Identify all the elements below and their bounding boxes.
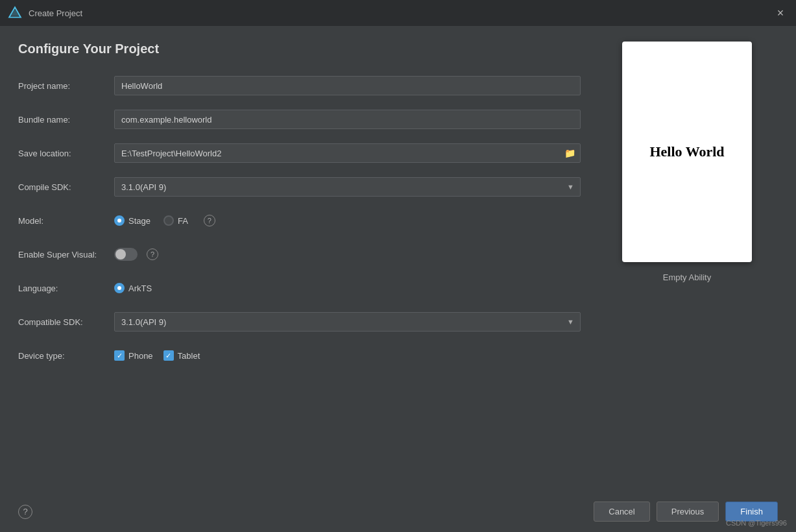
model-fa-label: FA bbox=[178, 216, 188, 226]
language-arkts-radio-circle[interactable] bbox=[114, 283, 125, 293]
model-stage-label: Stage bbox=[128, 216, 151, 226]
compile-sdk-select-wrap: 3.1.0(API 9) 3.0.0(API 8) ▼ bbox=[114, 177, 581, 197]
device-type-label: Device type: bbox=[18, 351, 114, 361]
language-row: Language: ArkTS bbox=[18, 277, 581, 299]
model-stage-radio-circle[interactable] bbox=[114, 215, 125, 226]
device-phone-label: Phone bbox=[128, 351, 153, 361]
folder-browse-icon[interactable]: 📁 bbox=[564, 148, 575, 158]
compatible-sdk-label: Compatible SDK: bbox=[18, 317, 114, 327]
compatible-sdk-field-wrap: 3.1.0(API 9) 3.0.0(API 8) ▼ bbox=[114, 312, 581, 332]
help-button[interactable]: ? bbox=[18, 505, 32, 519]
dialog-title: Create Project bbox=[29, 8, 82, 18]
model-fa-option[interactable]: FA bbox=[163, 215, 188, 226]
device-tablet-checkbox-item[interactable]: ✓ Tablet bbox=[163, 350, 200, 361]
compatible-sdk-select-wrap: 3.1.0(API 9) 3.0.0(API 8) ▼ bbox=[114, 312, 581, 332]
language-arkts-option[interactable]: ArkTS bbox=[114, 283, 152, 293]
compatible-sdk-row: Compatible SDK: 3.1.0(API 9) 3.0.0(API 8… bbox=[18, 311, 581, 333]
language-label: Language: bbox=[18, 284, 114, 293]
save-location-input-wrap: 📁 bbox=[114, 143, 581, 163]
super-visual-toggle[interactable] bbox=[114, 248, 138, 261]
device-tablet-checkbox[interactable]: ✓ bbox=[163, 350, 174, 361]
model-options: Stage FA ? bbox=[114, 215, 581, 226]
super-visual-row: Enable Super Visual: ? bbox=[18, 243, 581, 265]
super-visual-help-icon[interactable]: ? bbox=[147, 248, 158, 260]
app-logo-icon bbox=[8, 6, 22, 20]
super-visual-control: ? bbox=[114, 248, 581, 261]
footer-left: ? bbox=[18, 505, 32, 519]
model-help-icon[interactable]: ? bbox=[204, 215, 215, 226]
language-arkts-label: ArkTS bbox=[128, 284, 152, 293]
preview-template-label: Empty Ability bbox=[663, 272, 711, 282]
model-stage-option[interactable]: Stage bbox=[114, 215, 151, 226]
device-type-checkbox-group: ✓ Phone ✓ Tablet bbox=[114, 350, 581, 361]
save-location-row: Save location: 📁 bbox=[18, 142, 581, 164]
project-name-field-wrap bbox=[114, 76, 581, 95]
device-phone-checkbox[interactable]: ✓ bbox=[114, 350, 125, 361]
project-name-row: Project name: bbox=[18, 75, 581, 97]
page-title: Configure Your Project bbox=[18, 42, 581, 56]
compile-sdk-select[interactable]: 3.1.0(API 9) 3.0.0(API 8) bbox=[114, 177, 581, 197]
watermark: CSDN @Tigers996 bbox=[726, 519, 787, 527]
device-phone-checkbox-item[interactable]: ✓ Phone bbox=[114, 350, 153, 361]
model-label: Model: bbox=[18, 216, 114, 226]
model-radio-group: Stage FA ? bbox=[114, 215, 581, 226]
title-bar: Create Project × bbox=[0, 0, 796, 26]
language-radio-group: ArkTS bbox=[114, 283, 581, 293]
device-type-row: Device type: ✓ Phone ✓ Tablet bbox=[18, 345, 581, 367]
language-options: ArkTS bbox=[114, 283, 581, 293]
previous-button[interactable]: Previous bbox=[657, 502, 719, 522]
compile-sdk-row: Compile SDK: 3.1.0(API 9) 3.0.0(API 8) ▼ bbox=[18, 176, 581, 198]
save-location-field-wrap: 📁 bbox=[114, 143, 581, 163]
bundle-name-input[interactable] bbox=[114, 110, 581, 129]
super-visual-toggle-wrap: ? bbox=[114, 248, 581, 261]
project-name-input[interactable] bbox=[114, 76, 581, 95]
dialog-body: Configure Your Project Project name: Bun… bbox=[0, 26, 796, 491]
preview-pane: Hello World Empty Ability bbox=[596, 42, 778, 491]
toggle-knob bbox=[115, 249, 126, 260]
check-icon: ✓ bbox=[165, 352, 171, 359]
super-visual-label: Enable Super Visual: bbox=[18, 250, 114, 260]
model-row: Model: Stage FA ? bbox=[18, 210, 581, 232]
preview-device-screen: Hello World bbox=[622, 42, 752, 262]
form-area: Configure Your Project Project name: Bun… bbox=[18, 42, 581, 491]
bundle-name-row: Bundle name: bbox=[18, 108, 581, 130]
save-location-label: Save location: bbox=[18, 149, 114, 158]
bundle-name-label: Bundle name: bbox=[18, 115, 114, 125]
check-icon: ✓ bbox=[117, 352, 123, 359]
cancel-button[interactable]: Cancel bbox=[594, 502, 649, 522]
dialog-footer: ? Cancel Previous Finish bbox=[0, 491, 796, 532]
compile-sdk-label: Compile SDK: bbox=[18, 182, 114, 192]
bundle-name-field-wrap bbox=[114, 110, 581, 129]
device-tablet-label: Tablet bbox=[178, 351, 200, 361]
model-fa-radio-circle[interactable] bbox=[163, 215, 174, 226]
project-name-label: Project name: bbox=[18, 81, 114, 91]
preview-hello-world-text: Hello World bbox=[649, 143, 724, 160]
device-type-options: ✓ Phone ✓ Tablet bbox=[114, 350, 581, 361]
save-location-input[interactable] bbox=[114, 143, 581, 163]
close-button[interactable]: × bbox=[773, 5, 788, 21]
compatible-sdk-select[interactable]: 3.1.0(API 9) 3.0.0(API 8) bbox=[114, 312, 581, 332]
compile-sdk-field-wrap: 3.1.0(API 9) 3.0.0(API 8) ▼ bbox=[114, 177, 581, 197]
